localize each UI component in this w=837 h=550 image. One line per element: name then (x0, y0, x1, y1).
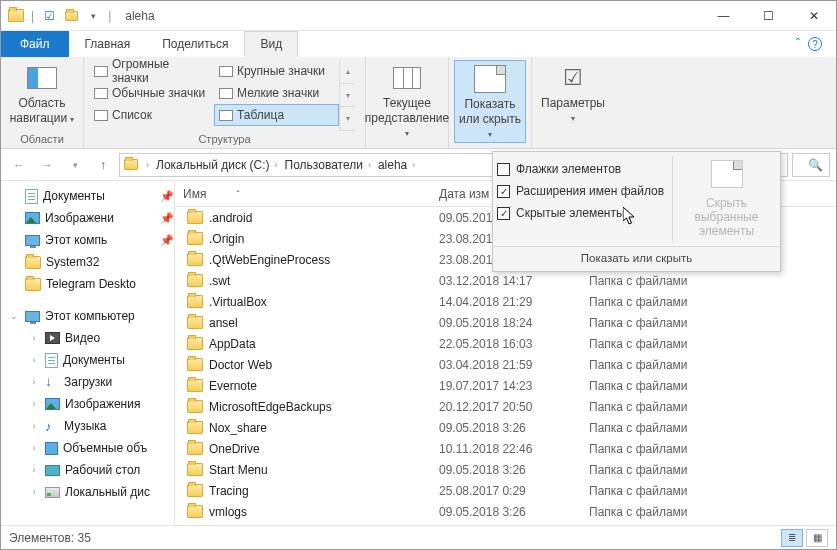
tree-item[interactable]: Telegram Deskto (1, 273, 174, 295)
layout-table[interactable]: Таблица (214, 104, 339, 126)
expand-icon[interactable]: › (28, 465, 40, 475)
tab-view[interactable]: Вид (244, 31, 298, 57)
layout-gallery[interactable]: Огромные значки Крупные значки Обычные з… (89, 60, 339, 131)
ribbon: Область навигации ▾ Области Огромные зна… (1, 57, 836, 149)
file-row[interactable]: ansel09.05.2018 18:24Папка с файлами (175, 312, 836, 333)
view-icons-button[interactable]: ▦ (806, 529, 828, 547)
layout-huge[interactable]: Огромные значки (89, 60, 214, 82)
dd-item-extensions[interactable]: ✓Расширения имен файлов (493, 180, 672, 202)
show-hide-dropdown: Флажки элементов ✓Расширения имен файлов… (492, 151, 781, 272)
file-name: .VirtualBox (209, 295, 267, 309)
folder-icon (187, 358, 203, 371)
tree-item[interactable]: Документы📌 (1, 185, 174, 207)
checkbox-checked-icon[interactable]: ✓ (497, 185, 510, 198)
folder-icon (187, 442, 203, 455)
search-box[interactable]: 🔍 (792, 153, 830, 177)
tree-item[interactable]: ›Изображения (1, 393, 174, 415)
tab-share[interactable]: Поделиться (146, 31, 244, 57)
tree-item[interactable]: ›Локальный дис (1, 481, 174, 503)
file-date: 20.12.2017 20:50 (431, 400, 581, 414)
ribbon-collapse-button[interactable]: ˆ ? (782, 31, 836, 57)
dd-item-hidden[interactable]: ✓Скрытые элементы (493, 202, 672, 224)
file-row[interactable]: Doctor Web03.04.2018 21:59Папка с файлам… (175, 354, 836, 375)
nav-back-button[interactable]: ← (7, 153, 31, 177)
doc-icon (45, 353, 58, 368)
expand-icon[interactable]: › (28, 399, 40, 409)
expand-icon[interactable]: › (28, 443, 40, 453)
breadcrumb-root-icon (124, 159, 138, 170)
file-row[interactable]: Nox_share09.05.2018 3:26Папка с файлами (175, 417, 836, 438)
minimize-button[interactable]: ― (701, 1, 746, 31)
file-type: Папка с файлами (581, 421, 836, 435)
pic-icon (45, 398, 60, 410)
file-date: 25.08.2017 0:29 (431, 484, 581, 498)
folder-icon (187, 295, 203, 308)
status-count: Элементов: 35 (9, 531, 91, 545)
file-name: Tracing (209, 484, 249, 498)
checkbox-unchecked-icon[interactable] (497, 163, 510, 176)
file-type: Папка с файлами (581, 358, 836, 372)
tab-file[interactable]: Файл (1, 31, 69, 57)
expand-icon[interactable]: › (28, 355, 40, 365)
tree-item[interactable]: ›Рабочий стол (1, 459, 174, 481)
file-row[interactable]: vmlogs09.05.2018 3:26Папка с файлами (175, 501, 836, 522)
layout-normal[interactable]: Обычные значки (89, 82, 214, 104)
nav-recent-button[interactable]: ▾ (63, 153, 87, 177)
tree-item[interactable]: ›Музыка (1, 415, 174, 437)
view-details-button[interactable]: ≣ (781, 529, 803, 547)
layout-scroll[interactable]: ▴▾▾ (339, 60, 355, 131)
qat-newfolder-icon[interactable] (62, 7, 80, 25)
tree-item[interactable]: System32 (1, 251, 174, 273)
file-row[interactable]: Evernote19.07.2017 14:23Папка с файлами (175, 375, 836, 396)
tree-this-pc[interactable]: ⌄Этот компьютер (1, 305, 174, 327)
navigation-tree[interactable]: Документы📌Изображени📌Этот компь📌System32… (1, 181, 175, 530)
expand-icon[interactable]: › (28, 333, 40, 343)
file-row[interactable]: MicrosoftEdgeBackups20.12.2017 20:50Папк… (175, 396, 836, 417)
checkbox-checked-icon[interactable]: ✓ (497, 207, 510, 220)
tab-home[interactable]: Главная (69, 31, 147, 57)
expand-icon[interactable]: › (28, 421, 40, 431)
layout-large[interactable]: Крупные значки (214, 60, 339, 82)
tree-item[interactable]: ›Видео (1, 327, 174, 349)
file-row[interactable]: AppData22.05.2018 16:03Папка с файлами (175, 333, 836, 354)
tree-item[interactable]: ›Документы (1, 349, 174, 371)
qat-properties-icon[interactable]: ☑ (40, 7, 58, 25)
file-type: Папка с файлами (581, 337, 836, 351)
file-row[interactable]: OneDrive10.11.2018 22:46Папка с файлами (175, 438, 836, 459)
folder-icon (187, 379, 203, 392)
folder-icon (187, 316, 203, 329)
file-date: 22.05.2018 16:03 (431, 337, 581, 351)
layout-list[interactable]: Список (89, 104, 214, 126)
file-row[interactable]: Start Menu09.05.2018 3:26Папка с файлами (175, 459, 836, 480)
file-type: Папка с файлами (581, 484, 836, 498)
navigation-pane-button[interactable]: Область навигации ▾ (6, 60, 78, 131)
music-icon (45, 419, 59, 433)
qat-customize-icon[interactable]: ▾ (84, 7, 102, 25)
tree-item[interactable]: Этот компь📌 (1, 229, 174, 251)
options-button[interactable]: ☑ Параметры▾ (537, 60, 609, 143)
pin-icon: 📌 (160, 234, 174, 247)
expand-icon[interactable]: ⌄ (8, 311, 20, 321)
current-view-button[interactable]: Текущеепредставление ▾ (371, 60, 443, 143)
maximize-button[interactable]: ☐ (746, 1, 791, 31)
expand-icon[interactable]: › (28, 377, 40, 387)
file-type: Папка с файлами (581, 463, 836, 477)
nav-up-button[interactable]: ↑ (91, 153, 115, 177)
doc-icon (25, 189, 38, 204)
file-row[interactable]: Tracing25.08.2017 0:29Папка с файлами (175, 480, 836, 501)
nav-forward-button[interactable]: → (35, 153, 59, 177)
layout-small[interactable]: Мелкие значки (214, 82, 339, 104)
file-row[interactable]: .VirtualBox14.04.2018 21:29Папка с файла… (175, 291, 836, 312)
show-hide-button[interactable]: Показатьили скрыть ▾ (454, 60, 526, 143)
file-row[interactable]: .swt03.12.2018 14:17Папка с файлами (175, 270, 836, 291)
dd-item-flags[interactable]: Флажки элементов (493, 158, 672, 180)
qat-separator-2: | (106, 9, 113, 23)
expand-icon[interactable]: › (28, 487, 40, 497)
tree-item[interactable]: Изображени📌 (1, 207, 174, 229)
tree-item[interactable]: ›Загрузки (1, 371, 174, 393)
dl-icon (45, 375, 59, 389)
close-button[interactable]: ✕ (791, 1, 836, 31)
col-name[interactable]: Имяˆ (175, 187, 431, 201)
tree-item[interactable]: ›Объемные объ (1, 437, 174, 459)
file-name: AppData (209, 337, 256, 351)
